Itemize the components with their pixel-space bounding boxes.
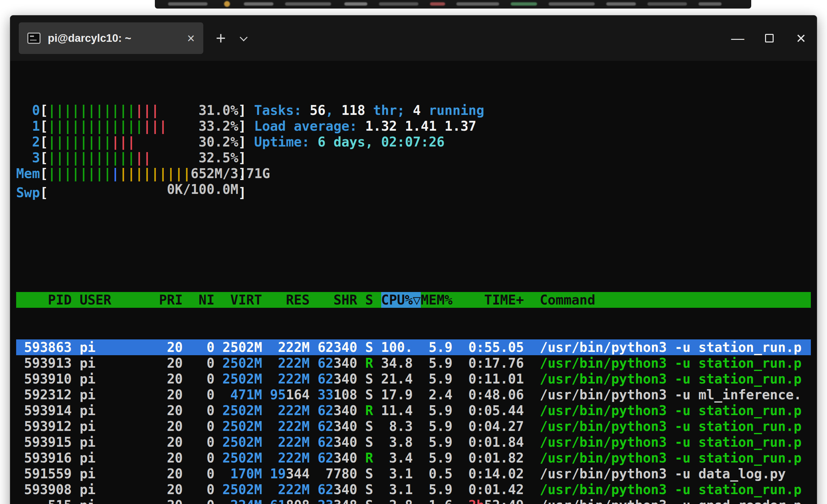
cpu-memory-meters: 0[||||||||||||||31.0%]1[|||||||||||||||3…	[16, 102, 246, 197]
meter-2: 2[|||||||||||30.2%]	[16, 134, 246, 150]
column-header-pid[interactable]: PID	[16, 292, 72, 308]
column-header-res[interactable]: RES	[270, 292, 310, 308]
background-window-sliver	[155, 0, 751, 9]
meter-1: 1[|||||||||||||||33.2%]	[16, 118, 246, 134]
blurred-text-fragment	[511, 2, 537, 6]
process-table: 593863pi2002502M222M62340S100. 5.90:55.0…	[16, 339, 811, 504]
process-row-593916[interactable]: 593916pi2002502M222M62340R3.4 5.90:01.82…	[16, 450, 811, 466]
blurred-text-fragment	[548, 2, 595, 6]
terminal-content[interactable]: 0[||||||||||||||31.0%]1[|||||||||||||||3…	[10, 61, 817, 504]
column-header-time[interactable]: TIME+	[460, 292, 524, 308]
process-row-593908[interactable]: 593908pi2002502M222M62340S3.1 5.90:01.42…	[16, 482, 811, 497]
column-header-s[interactable]: S	[365, 292, 373, 308]
terminal-icon	[27, 33, 41, 44]
tab-title: pi@darcylc10: ~	[48, 32, 182, 45]
blurred-text-fragment	[168, 2, 207, 6]
process-row-593912[interactable]: 593912pi2002502M222M62340S8.3 5.90:04.27…	[16, 418, 811, 434]
maximize-button[interactable]	[753, 15, 785, 61]
column-header-user[interactable]: USER	[80, 292, 151, 308]
maximize-icon	[765, 34, 774, 43]
window-controls: — ×	[722, 15, 817, 61]
blurred-text-fragment	[244, 2, 274, 6]
blurred-text-fragment	[379, 2, 419, 6]
blurred-dot	[224, 1, 230, 7]
column-header-cmd[interactable]: Command	[540, 292, 811, 308]
new-tab-button[interactable]: +	[216, 30, 226, 47]
column-header-sort-arrow[interactable]: ▽	[413, 292, 421, 308]
meter-0: 0[||||||||||||||31.0%]	[16, 102, 246, 118]
meter-mem: Mem[||||||||||||||||||652M/3.71G]	[16, 166, 246, 181]
process-row-593913[interactable]: 593913pi2002502M222M62340R34.8 5.90:17.7…	[16, 355, 811, 371]
terminal-window: pi@darcylc10: ~ × + — × 0[||||||||||||||…	[10, 15, 817, 504]
close-button[interactable]: ×	[785, 15, 817, 61]
titlebar: pi@darcylc10: ~ × + — ×	[10, 15, 817, 61]
blurred-text-fragment	[430, 2, 445, 6]
meter-swp: Swp[0K/100.0M]	[16, 181, 246, 197]
minimize-button[interactable]: —	[722, 15, 753, 61]
process-row-592312[interactable]: 592312pi200471M9516433108S17.9 2.40:48.0…	[16, 387, 811, 403]
tab-close-icon[interactable]: ×	[187, 32, 195, 45]
column-header-ni[interactable]: NI	[191, 292, 214, 308]
blank-line	[16, 229, 811, 261]
system-info: Tasks: 56, 118 thr; 4 runningLoad averag…	[254, 102, 484, 197]
column-header-virt[interactable]: VIRT	[223, 292, 262, 308]
system-info-line: Uptime: 6 days, 02:07:26	[254, 134, 484, 150]
system-info-line: Load average: 1.32 1.41 1.37	[254, 118, 484, 134]
process-row-593863[interactable]: 593863pi2002502M222M62340S100. 5.90:55.0…	[16, 339, 811, 355]
tab-pi-darcylc10[interactable]: pi@darcylc10: ~ ×	[19, 22, 203, 54]
desktop: { "window": { "tab": { "title": "pi@darc…	[0, 0, 827, 504]
process-row-515[interactable]: 515pi200224M6180823348S2.8 1.62h52:49/us…	[16, 497, 811, 504]
blurred-text-fragment	[647, 2, 687, 6]
column-header-cpu[interactable]: CPU%	[381, 292, 413, 308]
process-row-593910[interactable]: 593910pi2002502M222M62340S21.4 5.90:11.0…	[16, 371, 811, 387]
process-row-591559[interactable]: 591559pi200170M193447780S3.1 0.50:14.02/…	[16, 466, 811, 482]
meter-3: 3[|||||||||||||32.5%]	[16, 150, 246, 166]
system-info-line: Tasks: 56, 118 thr; 4 running	[254, 102, 484, 118]
process-table-header: PIDUSERPRINIVIRTRESSHRSCPU%▽MEM%TIME+Com…	[16, 292, 811, 308]
blurred-text-fragment	[285, 2, 331, 6]
blurred-text-fragment	[698, 2, 722, 6]
blurred-text-fragment	[456, 2, 499, 6]
process-row-593915[interactable]: 593915pi2002502M222M62340S3.8 5.90:01.84…	[16, 434, 811, 450]
column-header-mem[interactable]: MEM%	[421, 292, 452, 308]
column-header-shr[interactable]: SHR	[318, 292, 357, 308]
blurred-text-fragment	[606, 2, 636, 6]
process-row-593914[interactable]: 593914pi2002502M222M62340R11.4 5.90:05.4…	[16, 403, 811, 418]
blurred-text-fragment	[344, 2, 368, 6]
tab-dropdown-chevron-icon[interactable]	[240, 35, 247, 42]
htop-header-area: 0[||||||||||||||31.0%]1[|||||||||||||||3…	[16, 102, 811, 197]
column-header-pri[interactable]: PRI	[159, 292, 183, 308]
